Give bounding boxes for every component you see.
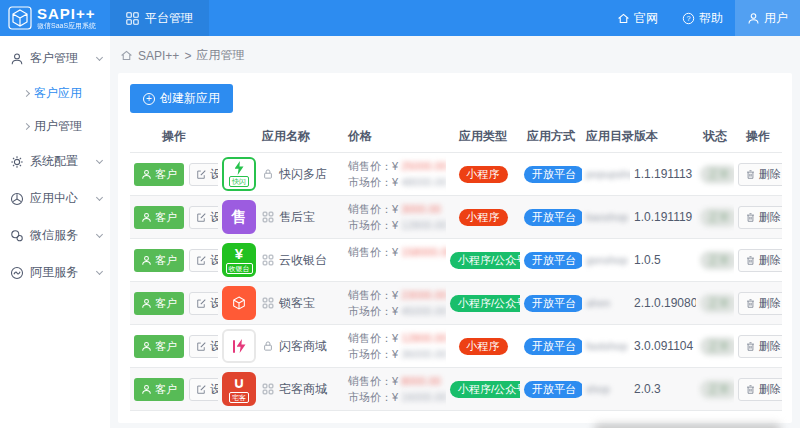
app-version: 1.0.191119: [630, 196, 696, 239]
icon-glyph: ∪: [233, 375, 245, 391]
sale-price-value-blurred: 12800.00: [401, 330, 446, 346]
sale-price-line: 销售价：¥ 8000.00: [348, 373, 442, 389]
app-name[interactable]: 锁客宝: [279, 295, 315, 312]
top-header: SAPI++ 微信SaaS应用系统 平台管理 官网 ?: [0, 0, 800, 36]
app-icon: 快闪: [222, 157, 256, 191]
cube-icon: [231, 295, 247, 311]
app-type-badge: 小程序: [459, 166, 508, 183]
tab-label: 平台管理: [145, 10, 193, 27]
bolt-glyph: [235, 161, 244, 175]
edit-icon: [196, 255, 207, 266]
sidebar-item-customer-apps[interactable]: 客户应用: [0, 77, 110, 110]
sidebar-item-ali-services[interactable]: 阿里服务: [0, 254, 110, 291]
trash-icon: [745, 341, 756, 352]
col-header-type: 应用类型: [446, 123, 520, 153]
app-type-badge: 小程序: [459, 209, 508, 226]
customer-button[interactable]: 客户: [134, 378, 184, 401]
app-dir-blurred: popupshop: [586, 168, 630, 180]
chevron-down-icon: [96, 156, 103, 163]
settings-button[interactable]: 设置: [189, 206, 218, 229]
lightning-icon: [235, 161, 244, 175]
sale-price-value-blurred: 25000.00: [401, 158, 446, 174]
app-name[interactable]: 售后宝: [279, 209, 315, 226]
col-header-actions: 操作: [130, 123, 218, 153]
tab-platform-management[interactable]: 平台管理: [110, 0, 209, 36]
col-header-icon: [218, 123, 258, 153]
nav-site[interactable]: 官网: [605, 0, 670, 36]
icon-label: 宅客: [229, 392, 249, 403]
sidebar-item-customer-management[interactable]: 客户管理: [0, 40, 110, 77]
customer-button[interactable]: 客户: [134, 249, 184, 272]
app-name[interactable]: 快闪多店: [279, 166, 327, 183]
customer-button[interactable]: 客户: [134, 292, 184, 315]
col-header-version: 版本: [630, 123, 696, 153]
app-dir-blurred: ahen: [586, 297, 610, 309]
market-price-line: 市场价：¥ 48000.00: [348, 174, 442, 190]
delete-button[interactable]: 删除: [738, 378, 782, 401]
table-row: 客户 设置: [130, 282, 782, 325]
icon-glyph: ¥: [235, 246, 243, 262]
sale-price-line: 销售价：¥ 12800.00: [348, 330, 442, 346]
delete-button[interactable]: 删除: [738, 206, 782, 229]
breadcrumb-current: 应用管理: [196, 47, 244, 64]
delete-button[interactable]: 删除: [738, 335, 782, 358]
delete-button[interactable]: 删除: [738, 292, 782, 315]
chevron-down-icon: [96, 193, 103, 200]
settings-button[interactable]: 设置: [189, 378, 218, 401]
person-icon: [141, 298, 152, 309]
sale-price-line: 销售价：¥ 23000.00: [348, 287, 442, 303]
settings-button[interactable]: 设置: [189, 249, 218, 272]
settings-button[interactable]: 设置: [189, 292, 218, 315]
person-icon: [141, 384, 152, 395]
cube-logo-icon: [8, 6, 32, 30]
col-header-status: 状态: [696, 123, 734, 153]
chevron-down-icon: [96, 53, 103, 60]
customer-button[interactable]: 客户: [134, 163, 184, 186]
grid-icon: [262, 254, 274, 266]
app-name[interactable]: 宅客商城: [279, 381, 327, 398]
app-name[interactable]: 闪客商域: [279, 338, 327, 355]
logo: SAPI++ 微信SaaS应用系统: [0, 0, 110, 36]
chevron-right-icon: [23, 90, 30, 97]
icon-label: 快闪: [229, 176, 249, 187]
app-table: 操作 应用名称 价格 应用类型 应用方式 应用目录 版本 状态 操作: [130, 123, 782, 411]
customer-button[interactable]: 客户: [134, 335, 184, 358]
sidebar-item-wechat-services[interactable]: 微信服务: [0, 217, 110, 254]
breadcrumb: SAPI++ > 应用管理: [118, 44, 792, 73]
customer-button[interactable]: 客户: [134, 206, 184, 229]
app-version: 1.1.191113: [630, 153, 696, 196]
status-badge: 正常: [700, 337, 734, 356]
logo-title: SAPI++: [37, 6, 96, 21]
ali-icon: [10, 266, 24, 280]
app-version: 1.0.5: [630, 239, 696, 282]
settings-button[interactable]: 设置: [189, 163, 218, 186]
sale-price-value-blurred: 158000.00: [401, 244, 446, 260]
chevron-down-icon: [96, 230, 103, 237]
edit-icon: [196, 298, 207, 309]
nav-help[interactable]: ? 帮助: [670, 0, 735, 36]
col-header-method: 应用方式: [520, 123, 582, 153]
trash-icon: [745, 298, 756, 309]
settings-button[interactable]: 设置: [189, 335, 218, 358]
app-name[interactable]: 云收银台: [279, 252, 327, 269]
sidebar-item-app-center[interactable]: 应用中心: [0, 180, 110, 217]
nav-user[interactable]: 用户: [735, 0, 800, 36]
market-price-line: 市场价：¥ 36000.00: [348, 346, 442, 362]
app-type-badge: 小程序/公众号: [450, 252, 520, 269]
breadcrumb-root[interactable]: SAPI++: [138, 49, 179, 63]
app-center-icon: [10, 192, 24, 206]
create-app-button[interactable]: + 创建新应用: [130, 84, 233, 113]
plus-icon: +: [143, 93, 155, 105]
sidebar-item-system-config[interactable]: 系统配置: [0, 143, 110, 180]
app-dir-blurred: fastshop: [586, 340, 628, 352]
trash-icon: [745, 255, 756, 266]
bolt-glyph: [233, 339, 246, 353]
pagination-blurred[interactable]: [595, 424, 780, 428]
app-version: 2.1.0.190806: [630, 282, 696, 325]
app-table-body: 客户 设置: [130, 153, 782, 411]
app-method-badge: 开放平台: [524, 252, 582, 269]
delete-button[interactable]: 删除: [738, 249, 782, 272]
delete-button[interactable]: 删除: [738, 163, 782, 186]
sidebar-item-user-management[interactable]: 用户管理: [0, 110, 110, 143]
col-header-price: 价格: [344, 123, 446, 153]
